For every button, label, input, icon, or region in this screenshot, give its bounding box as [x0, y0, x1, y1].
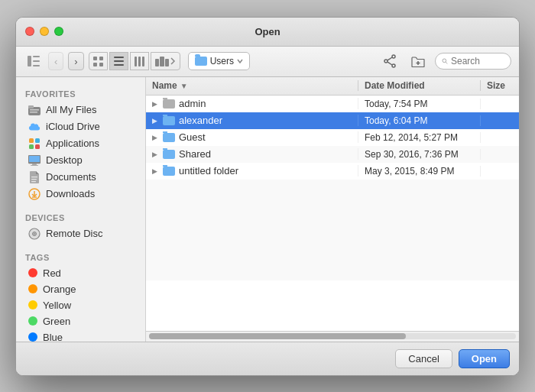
cancel-button[interactable]: Cancel	[395, 349, 452, 368]
svg-rect-36	[32, 164, 37, 165]
search-input[interactable]	[451, 56, 504, 66]
svg-rect-9	[114, 60, 124, 62]
open-button[interactable]: Open	[459, 349, 510, 368]
table-row[interactable]: ▶ Guest Feb 12, 2014, 5:27 PM	[146, 129, 519, 146]
new-folder-button[interactable]	[406, 52, 430, 70]
table-row[interactable]: ▶ alexander Today, 6:04 PM	[146, 112, 519, 129]
search-icon	[442, 57, 448, 66]
svg-point-17	[392, 55, 395, 58]
documents-icon	[28, 171, 41, 183]
share-button[interactable]	[378, 52, 401, 70]
sidebar-item-applications[interactable]: Applications	[19, 135, 142, 152]
icon-view-button[interactable]	[89, 52, 108, 70]
date-column-header[interactable]: Date Modified	[358, 80, 481, 91]
scrollbar-thumb[interactable]	[149, 333, 406, 339]
file-list-header: Name ▼ Date Modified Size	[146, 77, 519, 96]
minimize-button[interactable]	[40, 27, 49, 36]
sidebar-item-remote-disc[interactable]: Remote Disc	[19, 225, 142, 242]
folder-icon	[163, 150, 175, 159]
maximize-button[interactable]	[54, 27, 63, 36]
file-name-cell: ▶ untitled folder	[146, 165, 358, 177]
close-button[interactable]	[25, 27, 34, 36]
svg-rect-2	[33, 60, 40, 62]
svg-rect-27	[28, 105, 34, 109]
dropdown-arrow-icon	[237, 59, 243, 63]
sidebar-item-tag-green[interactable]: Green	[19, 313, 142, 329]
devices-section-title: Devices	[16, 209, 145, 225]
search-box[interactable]	[435, 53, 511, 70]
desktop-icon	[28, 154, 41, 167]
svg-rect-33	[35, 144, 40, 149]
sidebar-toggle-button[interactable]	[24, 53, 44, 69]
table-row-empty	[146, 230, 519, 247]
applications-icon	[28, 138, 41, 150]
file-date-cell: Today, 7:54 PM	[358, 99, 481, 109]
sidebar-item-icloud-drive[interactable]: iCloud Drive	[19, 118, 142, 135]
size-column-header[interactable]: Size	[481, 80, 519, 91]
red-tag-icon	[28, 268, 37, 277]
scrollbar-track	[149, 333, 516, 339]
expand-chevron-icon: ▶	[152, 117, 157, 125]
sidebar-item-tag-yellow[interactable]: Yellow	[19, 297, 142, 313]
sidebar-item-tag-red[interactable]: Red	[19, 265, 142, 281]
window-title: Open	[255, 26, 280, 37]
table-row-empty	[146, 264, 519, 280]
file-name-cell: ▶ Shared	[146, 148, 358, 160]
forward-button[interactable]: ›	[68, 52, 83, 70]
sidebar-item-all-my-files[interactable]: All My Files	[19, 102, 142, 118]
all-my-files-icon	[28, 104, 41, 116]
back-button[interactable]: ‹	[48, 52, 63, 70]
sidebar-item-documents[interactable]: Documents	[19, 169, 142, 186]
location-dropdown[interactable]: Users	[188, 52, 250, 70]
svg-point-24	[443, 59, 446, 63]
svg-rect-16	[165, 59, 169, 66]
view-buttons	[89, 52, 180, 70]
svg-rect-14	[155, 59, 159, 66]
horizontal-scrollbar[interactable]	[146, 331, 519, 342]
svg-rect-5	[99, 57, 103, 60]
coverflow-view-button[interactable]	[151, 52, 180, 70]
favorites-section-title: Favorites	[16, 85, 145, 102]
svg-rect-31	[35, 138, 40, 143]
table-row-empty	[146, 247, 519, 264]
svg-rect-11	[135, 57, 137, 66]
column-view-button[interactable]	[130, 52, 149, 70]
sidebar-item-downloads[interactable]: Downloads	[19, 186, 142, 202]
svg-rect-8	[114, 57, 124, 58]
svg-rect-40	[31, 181, 36, 182]
sort-arrow-icon: ▼	[180, 82, 188, 90]
sidebar-item-tag-orange[interactable]: Orange	[19, 281, 142, 297]
table-row-empty	[146, 196, 519, 213]
sidebar-item-label: All My Files	[46, 104, 96, 115]
list-view-button[interactable]	[109, 52, 128, 70]
sidebar-item-tag-blue[interactable]: Blue	[19, 329, 142, 342]
folder-icon	[195, 57, 207, 66]
bottom-bar: Cancel Open	[16, 342, 519, 375]
svg-line-20	[387, 57, 392, 60]
file-name-cell: ▶ Guest	[146, 131, 358, 143]
svg-rect-30	[29, 138, 34, 143]
open-dialog: Open ‹ ›	[15, 17, 520, 376]
file-name-cell: ▶ alexander	[146, 115, 358, 126]
sidebar-item-desktop[interactable]: Desktop	[19, 152, 142, 169]
yellow-tag-icon	[28, 300, 37, 309]
sidebar-item-label: Blue	[43, 332, 63, 342]
sidebar-item-label: Yellow	[43, 300, 71, 311]
orange-tag-icon	[28, 284, 37, 293]
titlebar: Open	[16, 18, 519, 47]
sidebar-item-label: Documents	[46, 171, 96, 183]
file-date-cell: Sep 30, 2016, 7:36 PM	[358, 149, 481, 160]
svg-point-18	[392, 64, 395, 67]
table-row[interactable]: ▶ admin Today, 7:54 PM	[146, 96, 519, 112]
sidebar-item-label: iCloud Drive	[46, 121, 100, 132]
expand-chevron-icon: ▶	[152, 134, 157, 141]
sidebar-item-label: Desktop	[46, 154, 83, 166]
sidebar-item-label: Remote Disc	[46, 228, 102, 239]
folder-icon	[163, 133, 175, 142]
tags-section-title: Tags	[16, 248, 145, 265]
table-row[interactable]: ▶ untitled folder May 3, 2015, 8:49 PM	[146, 163, 519, 180]
location-label: Users	[210, 56, 234, 66]
name-column-header[interactable]: Name ▼	[146, 80, 358, 91]
table-row[interactable]: ▶ Shared Sep 30, 2016, 7:36 PM	[146, 146, 519, 163]
table-row-empty	[146, 213, 519, 230]
